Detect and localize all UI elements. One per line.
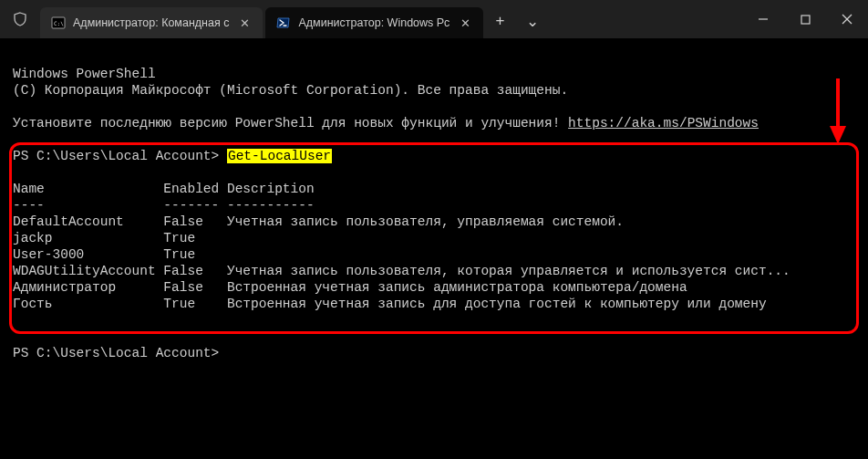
tab-label: Администратор: Командная с bbox=[73, 16, 229, 29]
titlebar: C:\ Администратор: Командная с ✕ Админис… bbox=[0, 0, 868, 38]
powershell-icon bbox=[276, 16, 291, 30]
table-row: Гость True Встроенная учетная запись для… bbox=[13, 297, 767, 311]
window-controls bbox=[742, 0, 868, 38]
close-window-button[interactable] bbox=[826, 0, 868, 38]
minimize-button[interactable] bbox=[742, 0, 784, 38]
close-icon[interactable]: ✕ bbox=[240, 16, 250, 30]
ps-update-msg: Установите последнюю версию PowerShell д… bbox=[13, 116, 568, 130]
plus-icon: + bbox=[495, 12, 504, 30]
table-row: Администратор False Встроенная учетная з… bbox=[13, 280, 687, 295]
table-header: Name Enabled Description bbox=[13, 182, 315, 196]
close-icon[interactable]: ✕ bbox=[460, 16, 470, 30]
ps-header-line1: Windows PowerShell bbox=[13, 67, 156, 81]
terminal-output[interactable]: Windows PowerShell (C) Корпорация Майкро… bbox=[0, 38, 868, 361]
chevron-down-icon: ⌄ bbox=[526, 12, 539, 31]
tab-cmd[interactable]: C:\ Администратор: Командная с ✕ bbox=[40, 7, 263, 38]
command-text: Get-LocalUser bbox=[227, 149, 332, 163]
tab-strip: C:\ Администратор: Командная с ✕ Админис… bbox=[40, 0, 483, 38]
table-row: jackp True bbox=[13, 231, 195, 245]
table-divider: ---- ------- ----------- bbox=[13, 198, 315, 213]
prompt-path: PS C:\Users\Local Account> bbox=[13, 149, 227, 163]
svg-text:C:\: C:\ bbox=[54, 20, 64, 26]
tab-dropdown-button[interactable]: ⌄ bbox=[516, 5, 549, 37]
prompt-path: PS C:\Users\Local Account> bbox=[13, 346, 219, 360]
admin-shield-icon bbox=[0, 0, 40, 38]
ps-header-line2: (C) Корпорация Майкрософт (Microsoft Cor… bbox=[13, 83, 568, 98]
tab-label: Администратор: Windows Pc bbox=[298, 16, 450, 29]
table-row: DefaultAccount False Учетная запись поль… bbox=[13, 214, 624, 229]
tab-powershell[interactable]: Администратор: Windows Pc ✕ bbox=[265, 7, 483, 38]
maximize-button[interactable] bbox=[784, 0, 826, 38]
ps-update-link[interactable]: https://aka.ms/PSWindows bbox=[568, 116, 759, 130]
table-row: WDAGUtilityAccount False Учетная запись … bbox=[13, 264, 790, 278]
cmd-icon: C:\ bbox=[51, 16, 66, 30]
svg-rect-3 bbox=[801, 16, 810, 24]
new-tab-button[interactable]: + bbox=[483, 5, 516, 37]
table-row: User-3000 True bbox=[13, 247, 195, 262]
